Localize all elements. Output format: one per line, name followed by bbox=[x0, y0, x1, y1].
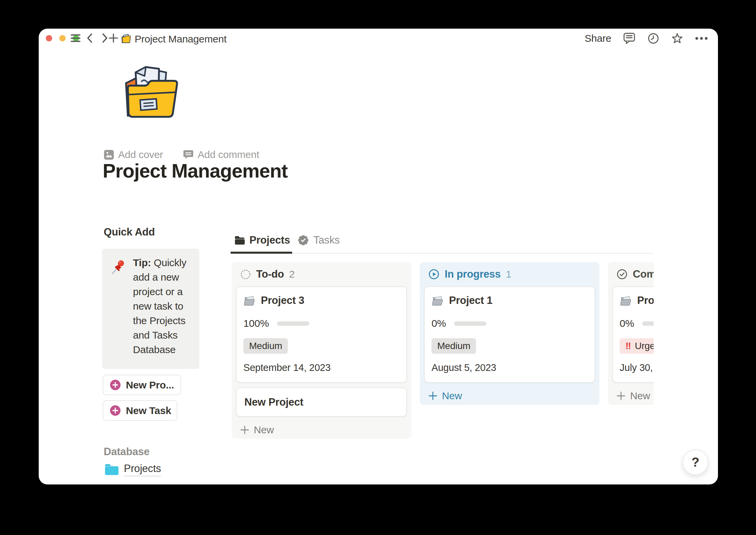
favorite-star-icon[interactable] bbox=[671, 33, 683, 44]
add-cover-button[interactable]: Add cover bbox=[118, 149, 163, 160]
column-completed: Completed Project 2 0% bbox=[608, 262, 654, 405]
progress-label: 0% bbox=[620, 318, 634, 329]
kanban-board: To-do 2 Project 3 100% bbox=[231, 262, 654, 446]
app-window: Project Management Share bbox=[39, 29, 718, 484]
add-new-card-button[interactable]: New bbox=[617, 390, 654, 402]
column-count: 1 bbox=[506, 269, 512, 280]
priority-tag: Medium bbox=[243, 338, 288, 354]
cyan-folder-icon bbox=[104, 463, 119, 476]
card-title: Project 1 bbox=[449, 294, 492, 307]
pushpin-icon bbox=[111, 259, 127, 275]
add-new-card-button[interactable]: New bbox=[428, 390, 599, 402]
column-in-progress-header[interactable]: In progress 1 bbox=[420, 262, 599, 280]
new-project-button-label: New Pro... bbox=[126, 379, 174, 391]
column-name: In progress bbox=[445, 268, 501, 280]
card-date: August 5, 2023 bbox=[432, 362, 588, 373]
badge-check-icon bbox=[298, 235, 309, 246]
play-circle-icon bbox=[428, 269, 439, 280]
sidebar-menu-icon[interactable] bbox=[70, 32, 81, 44]
column-name: To-do bbox=[256, 268, 284, 280]
tab-projects[interactable]: Projects bbox=[235, 234, 290, 246]
share-button[interactable]: Share bbox=[585, 33, 611, 44]
add-new-card-button[interactable]: New bbox=[240, 424, 411, 436]
new-task-button-label: New Task bbox=[126, 405, 171, 416]
column-todo-header[interactable]: To-do 2 bbox=[232, 262, 411, 280]
card-project-1[interactable]: Project 1 0% Medium August 5, 2023 bbox=[424, 286, 595, 383]
new-tab-plus-icon[interactable] bbox=[108, 32, 119, 44]
gray-folder-icon bbox=[243, 295, 255, 306]
folder-icon bbox=[235, 236, 245, 245]
column-name: Completed bbox=[633, 268, 654, 280]
tip-text-bold: Tip: bbox=[133, 257, 151, 268]
new-project-button[interactable]: New Pro... bbox=[103, 375, 181, 395]
add-new-label: New bbox=[442, 390, 462, 402]
comments-icon[interactable] bbox=[623, 32, 635, 44]
plus-circle-icon bbox=[110, 380, 121, 390]
add-comment-group: Add comment bbox=[183, 149, 259, 160]
priority-tag: Medium bbox=[432, 338, 476, 354]
tab-projects-label: Projects bbox=[249, 234, 290, 246]
column-count: 2 bbox=[289, 269, 295, 280]
plus-circle-icon bbox=[110, 405, 121, 416]
progress-label: 0% bbox=[432, 318, 446, 329]
card-date: July 30, 2023 bbox=[620, 362, 654, 373]
window-title: Project Management bbox=[135, 33, 227, 45]
priority-label: Medium bbox=[249, 341, 282, 351]
more-options-icon[interactable] bbox=[695, 37, 708, 40]
database-link-row: Projects bbox=[104, 463, 161, 476]
double-exclamation-icon: ‼ bbox=[625, 341, 631, 351]
card-project-2[interactable]: Project 2 0% ‼Urgent July 30, 2023 bbox=[612, 286, 654, 383]
new-task-button[interactable]: New Task bbox=[103, 400, 177, 421]
card-project-3[interactable]: Project 3 100% Medium September 14, 2023 bbox=[236, 286, 407, 383]
history-clock-icon[interactable] bbox=[647, 32, 659, 44]
close-window-button[interactable] bbox=[46, 35, 52, 41]
page-title: Project Management bbox=[103, 159, 287, 182]
comment-bubble-icon bbox=[183, 150, 194, 160]
card-title: Project 2 bbox=[637, 294, 654, 307]
minimize-window-button[interactable] bbox=[59, 35, 66, 41]
tab-tasks-label: Tasks bbox=[313, 234, 340, 246]
dashed-circle-icon bbox=[240, 269, 251, 280]
column-completed-header[interactable]: Completed bbox=[608, 262, 654, 280]
tab-divider bbox=[231, 253, 654, 254]
database-heading: Database bbox=[104, 446, 149, 458]
tab-active-underline bbox=[231, 252, 292, 254]
add-new-label: New bbox=[254, 424, 274, 436]
quick-add-heading: Quick Add bbox=[104, 226, 155, 238]
tip-callout: Tip: Quickly add a new project or a new … bbox=[102, 249, 199, 369]
card-title: Project 3 bbox=[261, 294, 304, 307]
image-icon bbox=[104, 150, 114, 160]
page-head-actions: Add cover Add comment bbox=[104, 149, 259, 160]
progress-bar bbox=[642, 321, 654, 326]
add-new-label: New bbox=[630, 390, 650, 402]
progress-bar bbox=[277, 321, 309, 326]
help-button[interactable]: ? bbox=[683, 449, 708, 475]
card-new-project[interactable]: New Project bbox=[236, 387, 407, 417]
priority-label: Urgent bbox=[635, 341, 654, 351]
titlebar-actions: Share bbox=[585, 32, 708, 45]
card-date: September 14, 2023 bbox=[243, 362, 400, 373]
progress-label: 100% bbox=[243, 318, 269, 329]
column-in-progress: In progress 1 Project 1 0% bbox=[420, 262, 599, 405]
page-icon-open-folder[interactable] bbox=[119, 61, 185, 122]
database-projects-link[interactable]: Projects bbox=[124, 463, 161, 476]
gray-folder-icon bbox=[620, 295, 631, 306]
tip-text-rest: Quickly add a new project or a new task … bbox=[133, 257, 186, 355]
tip-text: Tip: Quickly add a new project or a new … bbox=[133, 255, 194, 357]
gray-folder-icon bbox=[432, 295, 443, 306]
column-todo: To-do 2 Project 3 100% bbox=[232, 262, 411, 439]
page-folder-emoji-icon bbox=[121, 33, 132, 44]
tab-tasks[interactable]: Tasks bbox=[298, 234, 340, 246]
add-comment-button[interactable]: Add comment bbox=[198, 149, 259, 160]
progress-bar bbox=[454, 321, 486, 326]
priority-label: Medium bbox=[437, 341, 470, 351]
back-icon[interactable] bbox=[84, 32, 96, 44]
check-circle-icon bbox=[617, 269, 627, 280]
priority-tag: ‼Urgent bbox=[620, 338, 654, 354]
card-title: New Project bbox=[244, 396, 303, 408]
